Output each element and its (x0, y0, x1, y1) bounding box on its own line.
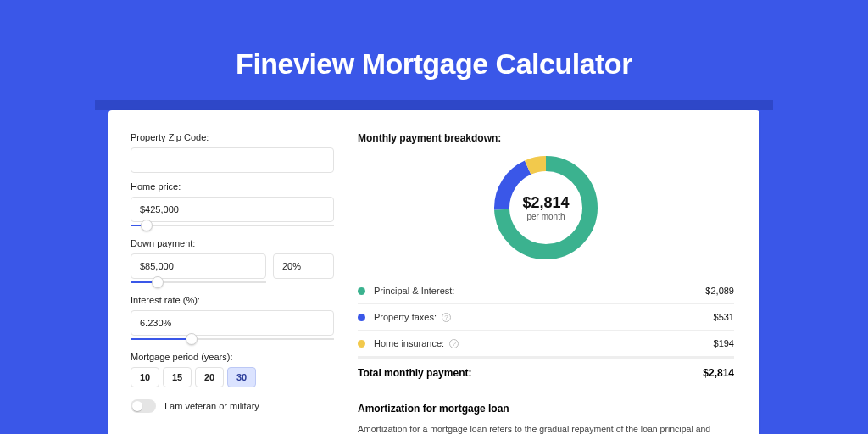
period-option-10[interactable]: 10 (131, 367, 159, 387)
veteran-label: I am veteran or military (164, 401, 259, 411)
amortization-title: Amortization for mortgage loan (358, 403, 734, 415)
slider-thumb[interactable] (186, 333, 198, 345)
page-title: Fineview Mortgage Calculator (0, 0, 868, 81)
zip-input[interactable] (131, 147, 334, 173)
interest-input[interactable] (131, 310, 334, 336)
donut-sub: per month (526, 212, 565, 221)
breakdown-column: Monthly payment breakdown: $2,814 per mo… (358, 132, 734, 434)
legend-row: Property taxes:?$531 (358, 303, 734, 330)
toggle-knob (132, 401, 142, 411)
legend-name: Principal & Interest: (374, 286, 705, 296)
veteran-toggle[interactable] (131, 399, 156, 413)
home-price-input[interactable] (131, 197, 334, 222)
home-price-label: Home price: (131, 181, 334, 192)
legend-amount: $194 (714, 338, 734, 348)
period-label: Mortgage period (years): (131, 352, 334, 362)
down-payment-pct-input[interactable] (273, 253, 334, 279)
legend-amount: $531 (714, 312, 734, 322)
amortization-text: Amortization for a mortgage loan refers … (358, 423, 734, 434)
down-payment-input[interactable] (131, 253, 266, 279)
info-icon[interactable]: ? (442, 313, 451, 322)
slider-thumb[interactable] (152, 276, 164, 288)
legend-dot (358, 287, 365, 295)
legend-name: Property taxes:? (374, 312, 714, 322)
slider-thumb[interactable] (141, 220, 153, 231)
legend-total-amount: $2,814 (703, 367, 734, 379)
legend-row: Principal & Interest:$2,089 (358, 278, 734, 303)
zip-label: Property Zip Code: (131, 132, 334, 142)
period-option-30[interactable]: 30 (227, 367, 256, 387)
calculator-card: Property Zip Code: Home price: Down paym… (108, 110, 760, 434)
form-column: Property Zip Code: Home price: Down paym… (131, 132, 334, 434)
donut-chart: $2,814 per month (358, 153, 734, 263)
period-option-20[interactable]: 20 (195, 367, 224, 387)
legend-dot (358, 314, 365, 321)
period-option-15[interactable]: 15 (163, 367, 192, 387)
donut-value: $2,814 (522, 194, 569, 212)
down-payment-label: Down payment: (131, 238, 334, 248)
header-band (95, 100, 773, 110)
legend-dot (358, 340, 365, 348)
legend-name: Home insurance:? (374, 338, 714, 348)
interest-label: Interest rate (%): (131, 295, 334, 305)
legend-total-row: Total monthly payment: $2,814 (358, 357, 734, 387)
legend: Principal & Interest:$2,089Property taxe… (358, 278, 734, 357)
interest-slider[interactable] (131, 335, 334, 343)
legend-row: Home insurance:?$194 (358, 330, 734, 356)
legend-amount: $2,089 (705, 286, 734, 296)
home-price-slider[interactable] (131, 221, 334, 230)
period-options: 10152030 (131, 367, 334, 387)
down-payment-slider[interactable] (131, 278, 266, 287)
legend-total-label: Total monthly payment: (358, 367, 471, 379)
breakdown-title: Monthly payment breakdown: (358, 132, 734, 144)
info-icon[interactable]: ? (449, 339, 459, 348)
